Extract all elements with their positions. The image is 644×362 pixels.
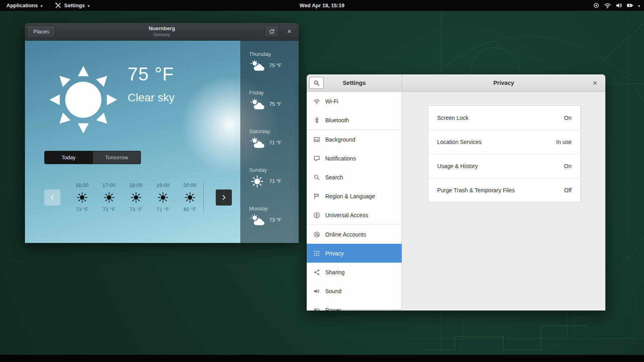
hour-temp: 65 °F bbox=[176, 206, 203, 212]
chevron-right-icon bbox=[221, 194, 227, 201]
row-label: Purge Trash & Temporary Files bbox=[437, 187, 515, 193]
settings-window: Settings Privacy × Wi-Fi bbox=[307, 74, 605, 311]
clock[interactable]: Wed Apr 18, 15:19 bbox=[299, 2, 344, 8]
clear-sky-sun-icon bbox=[47, 64, 120, 136]
sharing-icon bbox=[314, 269, 320, 276]
weather-close-button[interactable]: × bbox=[285, 23, 294, 40]
today-tab[interactable]: Today bbox=[44, 151, 93, 164]
daily-item: Friday bbox=[249, 90, 299, 128]
settings-close-button[interactable]: × bbox=[590, 74, 600, 91]
row-label: Location Services bbox=[437, 139, 482, 145]
day-temp: 73 °F bbox=[269, 217, 281, 223]
sidebar-item-label: Universal Access bbox=[325, 212, 368, 218]
applications-menu[interactable]: Applications ▾ bbox=[6, 2, 43, 8]
day-temp: 71 °F bbox=[269, 179, 281, 184]
sidebar-focus-dashes bbox=[336, 310, 401, 310]
sidebar-item-universal-access[interactable]: Universal Access bbox=[307, 206, 402, 224]
sidebar-item-wifi[interactable]: Wi-Fi bbox=[307, 92, 402, 111]
sidebar-item-sound[interactable]: Sound bbox=[307, 282, 402, 300]
day-name: Thursday bbox=[249, 51, 299, 57]
refresh-button[interactable] bbox=[264, 25, 279, 37]
weather-headerbar[interactable]: Places Nuernberg Germany × bbox=[25, 23, 299, 41]
sun-icon bbox=[249, 175, 265, 187]
places-button[interactable]: Places bbox=[27, 25, 56, 38]
row-value: Off bbox=[564, 187, 572, 193]
weather-location-subtitle: Germany bbox=[149, 33, 175, 37]
system-status-area[interactable]: ▾ bbox=[593, 2, 640, 9]
privacy-settings-list: Screen Lock On Location Services In use … bbox=[428, 105, 581, 202]
weather-body: 75 °F Clear sky Today Tomorrow 16 bbox=[25, 41, 299, 243]
bluetooth-icon bbox=[314, 117, 320, 123]
settings-headerbar[interactable]: Settings Privacy × bbox=[307, 74, 605, 92]
sun-icon bbox=[185, 192, 195, 203]
sidebar-item-label: Wi-Fi bbox=[325, 98, 339, 105]
hourly-next-button[interactable] bbox=[216, 189, 232, 206]
daily-item: Thursday bbox=[249, 51, 299, 90]
applications-menu-label: Applications bbox=[6, 2, 38, 8]
daily-item: Sunday 71 °F bbox=[249, 167, 299, 206]
sun-icon bbox=[158, 192, 168, 203]
sidebar-item-online-accounts[interactable]: Online Accounts bbox=[307, 225, 402, 244]
system-menu-caret-icon: ▾ bbox=[638, 4, 640, 8]
tomorrow-tab[interactable]: Tomorrow bbox=[93, 151, 141, 164]
sun-icon bbox=[104, 192, 114, 203]
chevron-down-icon: ▾ bbox=[88, 4, 90, 8]
sidebar-item-notifications[interactable]: Notifications bbox=[307, 149, 402, 168]
day-temp: 75 °F bbox=[269, 63, 281, 68]
current-conditions: 75 °F Clear sky bbox=[128, 63, 175, 104]
weather-location-title: Nuernberg bbox=[149, 26, 175, 32]
cloud-sun-icon bbox=[249, 98, 265, 110]
hour-temp: 73 °F bbox=[95, 206, 122, 212]
sidebar-item-background[interactable]: Background bbox=[307, 130, 402, 149]
chevron-down-icon: ▾ bbox=[41, 4, 43, 8]
hourly-forecast: 16:00 73 °F bbox=[44, 182, 232, 212]
sidebar-item-bluetooth[interactable]: Bluetooth bbox=[307, 111, 402, 130]
sidebar-item-region-language[interactable]: Region & Language bbox=[307, 187, 402, 206]
day-name: Friday bbox=[249, 90, 299, 96]
privacy-row-purge-trash[interactable]: Purge Trash & Temporary Files Off bbox=[428, 178, 580, 202]
settings-headerbar-right: Privacy × bbox=[402, 74, 605, 91]
search-icon bbox=[314, 174, 320, 181]
hour-time: 18:00 bbox=[122, 182, 149, 188]
sidebar-item-label: Sound bbox=[325, 288, 341, 294]
search-toggle-button[interactable] bbox=[309, 77, 324, 89]
sidebar-item-label: Bluetooth bbox=[325, 117, 349, 123]
wifi-icon bbox=[604, 2, 611, 9]
day-temp: 71 °F bbox=[269, 140, 281, 146]
sidebar-item-sharing[interactable]: Sharing bbox=[307, 263, 402, 282]
weather-window: Places Nuernberg Germany × bbox=[25, 23, 299, 243]
sidebar-item-label: Privacy bbox=[325, 250, 344, 257]
sidebar-item-label: Background bbox=[325, 136, 355, 143]
privacy-row-screen-lock[interactable]: Screen Lock On bbox=[428, 106, 580, 130]
row-label: Screen Lock bbox=[437, 115, 469, 121]
day-name: Saturday bbox=[249, 128, 299, 134]
hour-temp: 73 °F bbox=[68, 206, 95, 212]
app-menu-settings[interactable]: Settings ▾ bbox=[55, 2, 90, 9]
weather-title-block: Nuernberg Germany bbox=[149, 26, 175, 37]
chevron-left-icon bbox=[49, 194, 56, 201]
row-value: In use bbox=[556, 139, 572, 145]
sun-icon bbox=[131, 192, 141, 203]
battery-charging-icon bbox=[627, 2, 634, 9]
sidebar-item-power[interactable]: Power bbox=[307, 300, 402, 311]
sidebar-item-search[interactable]: Search bbox=[307, 168, 402, 187]
desktop: Applications ▾ Settings ▾ Wed Apr 18, 15… bbox=[0, 0, 644, 362]
day-toggle: Today Tomorrow bbox=[44, 151, 141, 164]
privacy-row-location-services[interactable]: Location Services In use bbox=[428, 130, 580, 154]
hour-list: 16:00 73 °F bbox=[68, 182, 204, 212]
cloud-sun-icon bbox=[249, 214, 265, 226]
hourly-prev-button[interactable] bbox=[44, 189, 60, 206]
settings-headerbar-left: Settings bbox=[307, 74, 402, 91]
sidebar-item-privacy[interactable]: Privacy bbox=[307, 244, 402, 263]
cloud-sun-icon bbox=[249, 137, 265, 149]
hour-item: 18:00 73 °F bbox=[122, 182, 149, 212]
online-accounts-icon bbox=[314, 231, 320, 238]
sound-icon bbox=[314, 288, 320, 294]
bottom-edge-strip bbox=[0, 355, 644, 362]
daily-forecast-panel: Thursday bbox=[240, 41, 299, 243]
wifi-icon bbox=[314, 98, 320, 105]
settings-sidebar: Wi-Fi Bluetooth Background bbox=[307, 92, 402, 311]
row-value: On bbox=[564, 163, 572, 169]
cloud-sun-icon bbox=[249, 60, 265, 72]
privacy-row-usage-history[interactable]: Usage & History On bbox=[428, 154, 580, 178]
